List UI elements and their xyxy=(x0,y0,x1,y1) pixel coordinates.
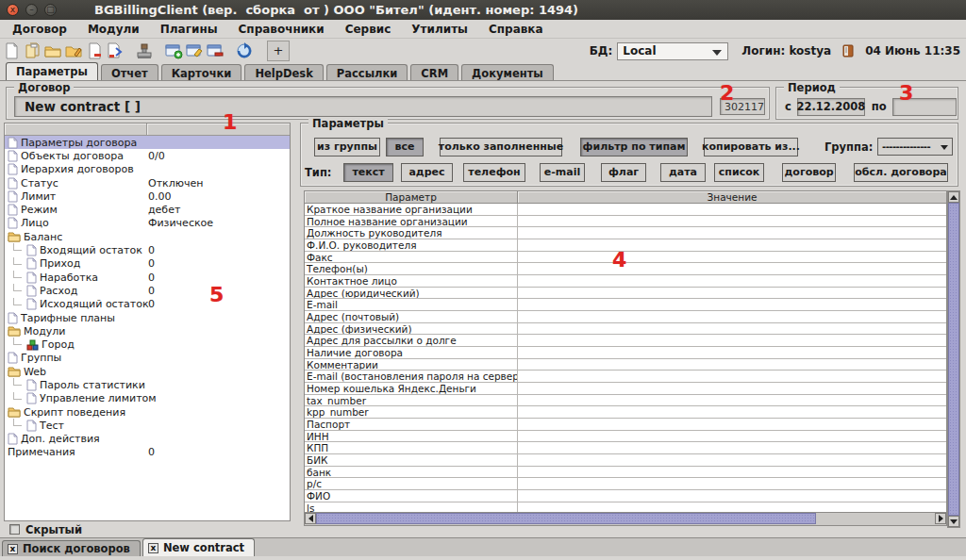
tree-item-исходящий-остаток[interactable]: Исходящий остаток0 xyxy=(5,298,290,311)
tree-item-пароль-статистики[interactable]: Пароль статистики xyxy=(5,378,290,391)
tree-item-входящий-остаток[interactable]: Входящий остаток0 xyxy=(5,243,290,256)
tab-карточки[interactable]: Карточки xyxy=(161,64,242,80)
edit-window-icon[interactable] xyxy=(185,41,204,60)
period-from-field[interactable]: 22.12.2008 xyxy=(797,98,865,116)
table-row[interactable]: Полное название организации xyxy=(305,216,946,228)
close-tab-icon[interactable]: x xyxy=(8,544,18,554)
table-row[interactable]: E-mail (востановления пароля на сервер с… xyxy=(305,371,946,383)
menu-модули[interactable]: Модули xyxy=(77,23,150,36)
scroll-down-icon[interactable] xyxy=(948,516,959,527)
contract-name-field[interactable]: New contract [ ] xyxy=(14,96,712,117)
type-button-e-mail[interactable]: e-mail xyxy=(540,163,585,182)
refresh-icon[interactable] xyxy=(235,41,254,60)
filter-button-только-заполненные[interactable]: только заполненные xyxy=(440,138,562,156)
table-row[interactable]: Адрес (почтовый) xyxy=(305,311,946,323)
minimize-window-icon[interactable]: – xyxy=(25,4,38,16)
table-row[interactable]: ИНН xyxy=(305,431,946,443)
filter-button-фильтр-по-типам[interactable]: фильтр по типам xyxy=(580,138,688,156)
vertical-scrollbar[interactable] xyxy=(947,190,960,528)
table-row[interactable]: банк xyxy=(305,467,946,479)
menu-сервис[interactable]: Сервис xyxy=(335,23,402,36)
edit-folder-icon[interactable] xyxy=(64,41,83,60)
new-document-icon[interactable] xyxy=(2,41,21,60)
tree-item-лимит[interactable]: Лимит0.00 xyxy=(5,189,290,203)
parameter-value-cell[interactable] xyxy=(518,454,946,466)
hidden-checkbox[interactable] xyxy=(9,524,20,535)
tab-рассылки[interactable]: Рассылки xyxy=(326,64,408,80)
parameter-value-cell[interactable] xyxy=(518,323,946,335)
parameter-value-cell[interactable] xyxy=(518,311,946,322)
parameter-value-cell[interactable] xyxy=(518,252,946,263)
menu-договор[interactable]: Договор xyxy=(2,23,77,36)
table-row[interactable]: E-mail xyxy=(305,299,946,311)
parameter-value-cell[interactable] xyxy=(518,359,946,371)
table-row[interactable]: Комментарии xyxy=(305,359,946,371)
tree-header-col2[interactable] xyxy=(147,124,290,135)
parameter-value-cell[interactable] xyxy=(518,478,946,489)
menu-плагины[interactable]: Плагины xyxy=(150,23,228,36)
parameter-value-cell[interactable] xyxy=(518,299,946,310)
table-row[interactable]: Наличие договора xyxy=(305,347,946,359)
scroll-right-icon[interactable] xyxy=(935,513,946,524)
type-button-обсл-договора[interactable]: обсл. договора xyxy=(854,163,948,182)
vertical-scroll-thumb[interactable] xyxy=(948,203,959,516)
parameter-value-cell[interactable] xyxy=(518,467,946,478)
tree-item-web[interactable]: Web xyxy=(5,365,290,378)
parameter-value-cell[interactable] xyxy=(518,431,946,442)
table-row[interactable]: Адрес для рассылки о долге xyxy=(305,335,946,347)
table-row[interactable]: Паспорт xyxy=(305,419,946,431)
filter-button-все[interactable]: все xyxy=(386,138,424,156)
parameter-value-cell[interactable] xyxy=(518,263,946,274)
menu-справочники[interactable]: Справочники xyxy=(228,23,335,36)
add-tab-button[interactable]: + xyxy=(267,41,290,61)
tree-item-управление-лимитом[interactable]: Управление лимитом xyxy=(5,392,290,405)
remove-window-icon[interactable] xyxy=(206,41,225,60)
table-row[interactable]: КПП xyxy=(305,442,946,454)
parameter-value-cell[interactable] xyxy=(518,395,946,406)
tree-item-лицо[interactable]: ЛицоФизическое xyxy=(5,217,290,230)
tab-crm[interactable]: CRM xyxy=(410,64,458,80)
tree-item-примечания[interactable]: Примечания0 xyxy=(5,446,290,459)
table-row[interactable]: р/с xyxy=(305,478,946,490)
remove-document-icon[interactable] xyxy=(85,41,104,60)
tree-item-наработка[interactable]: Наработка0 xyxy=(5,271,290,284)
close-window-icon[interactable]: x xyxy=(7,4,19,16)
tree-item-модули[interactable]: Модули xyxy=(5,324,290,338)
parameter-value-cell[interactable] xyxy=(518,371,946,382)
tree-header-col1[interactable] xyxy=(5,124,147,135)
add-window-icon[interactable] xyxy=(164,41,183,60)
close-tab-icon[interactable]: x xyxy=(148,543,158,553)
type-button-адрес[interactable]: адрес xyxy=(401,163,453,182)
tree-item-приход[interactable]: Приход0 xyxy=(5,257,290,271)
type-button-телефон[interactable]: телефон xyxy=(463,163,525,182)
table-row[interactable]: Адрес (физический) xyxy=(305,323,946,336)
tree-item-доп-действия[interactable]: Доп. действия xyxy=(5,433,290,446)
tree-item-режим[interactable]: Режимдебет xyxy=(5,203,290,216)
column-header-value[interactable]: Значение xyxy=(518,191,946,203)
tree-item-статус[interactable]: СтатусОтключен xyxy=(5,176,290,189)
paste-document-icon[interactable] xyxy=(106,41,125,60)
open-folder-icon[interactable] xyxy=(43,41,62,60)
scroll-up-icon[interactable] xyxy=(948,191,959,203)
table-row[interactable]: ФИО xyxy=(305,490,946,502)
parameter-value-cell[interactable] xyxy=(518,275,946,287)
column-header-parameter[interactable]: Параметр xyxy=(305,191,518,203)
table-row[interactable]: tax_number xyxy=(305,395,946,407)
type-button-договор[interactable]: договор xyxy=(782,163,836,182)
group-select[interactable]: -------------- xyxy=(877,138,953,156)
db-select[interactable]: Local xyxy=(617,42,728,60)
table-row[interactable]: БИК xyxy=(305,454,946,467)
type-button-дата[interactable]: дата xyxy=(660,163,706,182)
tab-отчет[interactable]: Отчет xyxy=(101,64,158,80)
tree-item-расход[interactable]: Расход0 xyxy=(5,284,290,297)
tree-item-скрипт-поведения[interactable]: Скрипт поведения xyxy=(5,405,290,419)
table-row[interactable]: Номер кошелька Яндекс.Деньги xyxy=(305,383,946,395)
tab-helpdesk[interactable]: HelpDesk xyxy=(244,64,323,80)
parameter-value-cell[interactable] xyxy=(518,335,946,346)
tree-item-параметры-договора[interactable]: Параметры договора xyxy=(5,136,290,149)
parameter-value-cell[interactable] xyxy=(518,442,946,453)
table-row[interactable]: kpp_number xyxy=(305,406,946,419)
horizontal-scrollbar[interactable] xyxy=(305,512,946,525)
tab-параметры[interactable]: Параметры xyxy=(6,62,98,80)
tree-item-иерархия-договоров[interactable]: Иерархия договоров xyxy=(5,163,290,176)
